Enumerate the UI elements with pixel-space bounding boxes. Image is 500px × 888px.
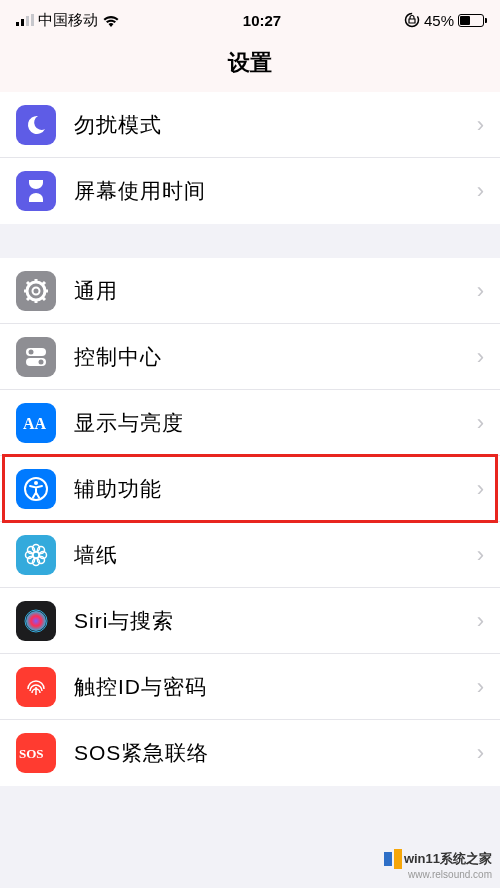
row-label: 屏幕使用时间 [74,177,477,205]
watermark-bar-icon [394,849,402,869]
gear-icon [16,271,56,311]
status-bar: 中国移动 10:27 45% [0,0,500,40]
chevron-right-icon: › [477,542,484,568]
svg-line-11 [27,282,30,285]
settings-group-1: 勿扰模式 › 屏幕使用时间 › [0,92,500,224]
row-label: 触控ID与密码 [74,673,477,701]
svg-line-14 [42,282,45,285]
svg-point-31 [26,611,46,631]
chevron-right-icon: › [477,178,484,204]
svg-rect-0 [16,22,19,26]
row-label: 显示与亮度 [74,409,477,437]
moon-icon [16,105,56,145]
status-left: 中国移动 [16,11,120,30]
flower-icon [16,535,56,575]
row-general[interactable]: 通用 › [0,258,500,324]
accessibility-icon [16,469,56,509]
svg-text:AA: AA [23,415,47,432]
watermark-line2: www.relsound.com [384,869,492,880]
svg-text:SOS: SOS [19,746,44,761]
section-gap [0,224,500,258]
row-label: SOS紧急联络 [74,739,477,767]
row-label: 通用 [74,277,477,305]
signal-icon [16,14,34,26]
chevron-right-icon: › [477,674,484,700]
battery-fill [460,16,470,25]
row-accessibility[interactable]: 辅助功能 › [0,456,500,522]
svg-rect-2 [26,16,29,26]
watermark-line1: win11系统之家 [384,849,492,869]
row-wallpaper[interactable]: 墙纸 › [0,522,500,588]
svg-point-6 [33,287,40,294]
siri-icon [16,601,56,641]
status-right: 45% [404,12,484,29]
watermark-bar-icon [384,852,392,866]
watermark: win11系统之家 www.relsound.com [384,849,492,880]
svg-rect-3 [31,14,34,26]
row-label: 控制中心 [74,343,477,371]
battery-icon [458,14,484,27]
page-title: 设置 [0,40,500,92]
svg-point-18 [39,359,44,364]
chevron-right-icon: › [477,476,484,502]
row-do-not-disturb[interactable]: 勿扰模式 › [0,92,500,158]
row-display-brightness[interactable]: AA 显示与亮度 › [0,390,500,456]
row-label: 勿扰模式 [74,111,477,139]
row-screen-time[interactable]: 屏幕使用时间 › [0,158,500,224]
sos-icon: SOS [16,733,56,773]
svg-point-16 [29,349,34,354]
chevron-right-icon: › [477,278,484,304]
svg-line-12 [42,297,45,300]
chevron-right-icon: › [477,112,484,138]
wifi-icon [102,14,120,27]
touchid-icon [16,667,56,707]
status-time: 10:27 [243,12,281,29]
row-emergency-sos[interactable]: SOS SOS紧急联络 › [0,720,500,786]
svg-line-13 [27,297,30,300]
row-label: 墙纸 [74,541,477,569]
row-label: 辅助功能 [74,475,477,503]
battery-pct: 45% [424,12,454,29]
svg-point-21 [34,481,38,485]
chevron-right-icon: › [477,410,484,436]
orientation-lock-icon [404,12,420,28]
carrier-label: 中国移动 [38,11,98,30]
settings-group-2: 通用 › 控制中心 › AA 显示与亮度 › 辅助功能 › 墙纸 › Siri与… [0,258,500,786]
aa-icon: AA [16,403,56,443]
row-siri-search[interactable]: Siri与搜索 › [0,588,500,654]
row-touchid-passcode[interactable]: 触控ID与密码 › [0,654,500,720]
chevron-right-icon: › [477,608,484,634]
switches-icon [16,337,56,377]
chevron-right-icon: › [477,740,484,766]
chevron-right-icon: › [477,344,484,370]
hourglass-icon [16,171,56,211]
svg-rect-1 [21,19,24,26]
row-control-centre[interactable]: 控制中心 › [0,324,500,390]
row-label: Siri与搜索 [74,607,477,635]
